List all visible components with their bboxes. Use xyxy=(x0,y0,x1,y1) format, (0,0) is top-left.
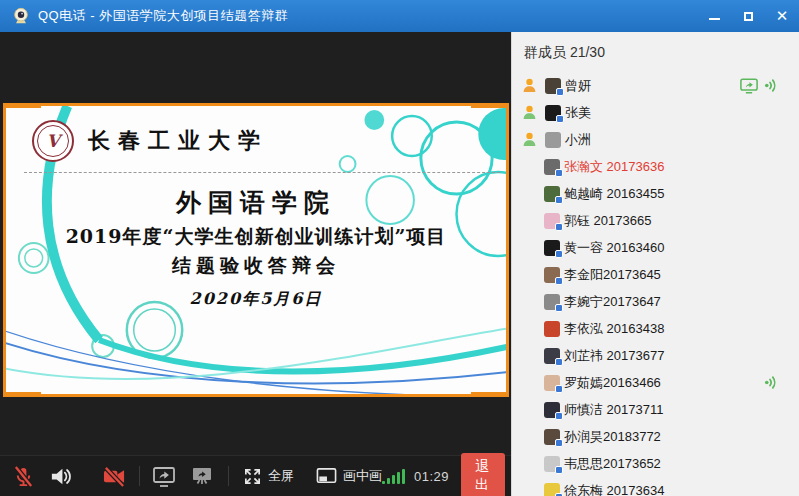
slide-project-line: 2019年度“大学生创新创业训练计划”项目 xyxy=(6,224,506,250)
avatar-device-badge xyxy=(555,304,563,312)
call-timer: 01:29 xyxy=(414,469,449,484)
member-row[interactable]: 李依泓 20163438 xyxy=(512,315,799,342)
avatar-device-badge xyxy=(555,493,563,496)
video-stage: V 长春工业大学 外国语学院 2019年度“大学生创新创业训练计划”项目 结题验… xyxy=(0,32,511,496)
camera-muted-button[interactable] xyxy=(102,465,127,488)
member-avatar xyxy=(544,402,560,418)
fullscreen-button[interactable]: 全屏 xyxy=(243,467,294,486)
member-row[interactable]: 刘芷祎 20173677 xyxy=(512,342,799,369)
member-row[interactable]: 孙润昊20183772 xyxy=(512,423,799,450)
slide-event-line: 结题验收答辩会 xyxy=(6,253,506,279)
member-row[interactable]: 张瀚文 20173636 xyxy=(512,153,799,180)
member-avatar xyxy=(544,267,560,283)
member-presence-icon xyxy=(521,77,538,94)
member-avatar xyxy=(544,483,560,496)
member-name: 师慎洁 20173711 xyxy=(564,401,664,419)
exit-call-button[interactable]: 退出 xyxy=(461,453,505,496)
minimize-button[interactable] xyxy=(707,9,721,23)
toolbar-divider xyxy=(228,466,229,486)
avatar-device-badge xyxy=(555,412,563,420)
window-title: QQ电话 - 外国语学院大创项目结题答辩群 xyxy=(38,7,707,25)
member-count-header: 群成员 21/30 xyxy=(512,42,799,72)
member-name: 黄一容 20163460 xyxy=(564,239,664,257)
member-avatar xyxy=(545,78,561,94)
call-toolbar: 全屏 画中画 01:29 退出 xyxy=(0,455,511,496)
member-avatar xyxy=(544,186,560,202)
member-avatar xyxy=(544,321,560,337)
slide-divider xyxy=(24,172,500,173)
university-name: 长春工业大学 xyxy=(88,126,268,156)
member-name: 曾妍 xyxy=(565,77,591,95)
toolbar-divider xyxy=(139,466,140,486)
screen-share-icon xyxy=(740,78,758,94)
avatar-device-badge xyxy=(555,169,563,177)
maximize-button[interactable] xyxy=(741,9,755,23)
member-row[interactable]: 黄一容 20163460 xyxy=(512,234,799,261)
avatar-device-badge xyxy=(555,385,563,393)
member-row[interactable]: 郭钰 20173665 xyxy=(512,207,799,234)
member-row[interactable]: 徐东梅 20173634 xyxy=(512,477,799,496)
avatar-device-badge xyxy=(555,439,563,447)
speaking-icon xyxy=(764,375,779,390)
pip-label: 画中画 xyxy=(343,467,382,485)
member-row[interactable]: 曾妍 xyxy=(512,72,799,99)
member-row[interactable]: 鲍越崎 20163455 xyxy=(512,180,799,207)
member-name: 小洲 xyxy=(565,131,591,149)
member-name: 鲍越崎 20163455 xyxy=(564,185,664,203)
member-row[interactable]: 韦思思20173652 xyxy=(512,450,799,477)
member-list: 曾妍张美小洲张瀚文 20173636鲍越崎 20163455郭钰 2017366… xyxy=(512,72,799,496)
member-name: 刘芷祎 20173677 xyxy=(564,347,664,365)
member-avatar xyxy=(544,240,560,256)
member-avatar xyxy=(544,429,560,445)
members-panel: 群成员 21/30 曾妍张美小洲张瀚文 20173636鲍越崎 20163455… xyxy=(511,32,799,496)
member-avatar xyxy=(544,375,560,391)
avatar-device-badge xyxy=(556,88,564,96)
shared-presentation-slide: V 长春工业大学 外国语学院 2019年度“大学生创新创业训练计划”项目 结题验… xyxy=(3,103,509,397)
speaker-button[interactable] xyxy=(49,465,72,488)
webcam-icon xyxy=(12,7,30,25)
member-row[interactable]: 张美 xyxy=(512,99,799,126)
avatar-device-badge xyxy=(555,358,563,366)
member-presence-icon xyxy=(521,131,538,148)
member-avatar xyxy=(544,348,560,364)
avatar-device-badge xyxy=(555,277,563,285)
member-name: 郭钰 20173665 xyxy=(564,212,651,230)
member-name: 张美 xyxy=(565,104,591,122)
screen-share-button[interactable] xyxy=(152,465,176,488)
member-avatar xyxy=(545,105,561,121)
signal-strength-icon xyxy=(382,469,405,484)
member-name: 罗茹嫣20163466 xyxy=(564,374,661,392)
member-name: 孙润昊20183772 xyxy=(564,428,661,446)
member-name: 徐东梅 20173634 xyxy=(564,482,664,496)
avatar-device-badge xyxy=(555,196,563,204)
avatar-device-badge xyxy=(555,223,563,231)
member-avatar xyxy=(544,213,560,229)
fullscreen-label: 全屏 xyxy=(268,467,294,485)
member-presence-icon xyxy=(521,104,538,121)
member-avatar xyxy=(544,456,560,472)
member-avatar xyxy=(544,294,560,310)
mic-muted-button[interactable] xyxy=(12,465,35,488)
member-row[interactable]: 师慎洁 20173711 xyxy=(512,396,799,423)
university-seal: V xyxy=(32,120,74,162)
slide-department: 外国语学院 xyxy=(6,186,506,219)
member-name: 张瀚文 20173636 xyxy=(564,158,664,176)
member-name: 李金阳20173645 xyxy=(564,266,661,284)
member-avatar xyxy=(545,132,561,148)
member-row[interactable]: 小洲 xyxy=(512,126,799,153)
member-row[interactable]: 李金阳20173645 xyxy=(512,261,799,288)
whiteboard-share-button[interactable] xyxy=(190,465,214,488)
speaking-icon xyxy=(764,78,779,93)
close-button[interactable]: ✕ xyxy=(775,9,789,23)
member-name: 李依泓 20163438 xyxy=(564,320,664,338)
pip-button[interactable]: 画中画 xyxy=(316,467,382,485)
member-name: 韦思思20173652 xyxy=(564,455,661,473)
member-row[interactable]: 罗茹嫣20163466 xyxy=(512,369,799,396)
avatar-device-badge xyxy=(555,466,563,474)
member-name: 李婉宁20173647 xyxy=(564,293,661,311)
member-avatar xyxy=(544,159,560,175)
member-row[interactable]: 李婉宁20173647 xyxy=(512,288,799,315)
qq-call-window: QQ电话 - 外国语学院大创项目结题答辩群 ✕ xyxy=(0,0,799,496)
titlebar: QQ电话 - 外国语学院大创项目结题答辩群 ✕ xyxy=(0,0,799,32)
avatar-device-badge xyxy=(556,115,564,123)
